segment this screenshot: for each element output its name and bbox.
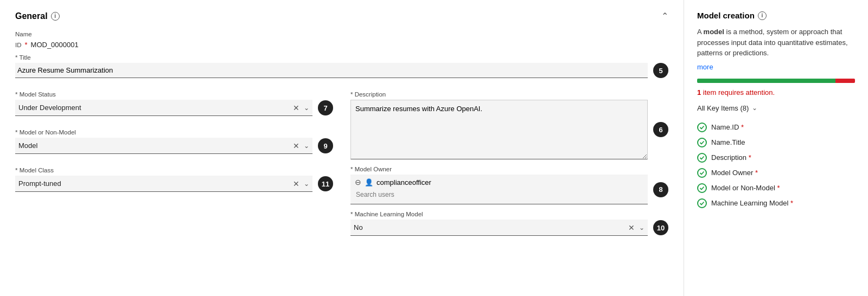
attention-count: 1: [697, 88, 701, 96]
model-owner-label: * Model Owner: [350, 166, 668, 172]
model-owner-row: ⊖ 👤 complianceofficer 8: [350, 175, 668, 204]
name-section: Name ID * MOD_0000001 * Title 5: [15, 31, 668, 78]
title-input-wrap: [15, 63, 648, 78]
check-icon-5: [697, 198, 707, 208]
model-status-display[interactable]: Under Development ✕ ⌄: [15, 100, 312, 115]
title-input-row: 5: [15, 63, 668, 78]
title-label: * Title: [15, 54, 668, 61]
key-items-dropdown[interactable]: All Key Items (8) ⌄: [697, 104, 855, 112]
search-users-input[interactable]: [355, 189, 643, 201]
checklist-item: Name.ID *: [697, 120, 855, 135]
checklist-item: Model Owner *: [697, 165, 855, 181]
model-status-select[interactable]: Under Development ✕ ⌄: [15, 100, 312, 116]
rp-title: Model creation i: [697, 11, 855, 20]
model-class-group: * Model Class Prompt-tuned ✕ ⌄ 11: [15, 167, 333, 192]
collapse-button[interactable]: ⌃: [661, 11, 668, 21]
model-non-model-label: * Model or Non-Model: [15, 129, 333, 136]
spacer-1: [15, 116, 333, 129]
key-items-label: All Key Items (8): [697, 104, 749, 112]
model-class-display[interactable]: Prompt-tuned ✕ ⌄: [15, 176, 312, 191]
ml-model-clear[interactable]: ✕: [628, 224, 635, 231]
progress-green: [697, 79, 835, 83]
step-9-badge: 9: [318, 138, 333, 153]
check-icon-1: [697, 138, 707, 147]
left-col: * Model Status Under Development ✕ ⌄ 7: [15, 91, 333, 236]
id-label: ID: [15, 42, 22, 48]
checklist-label-0: Name.ID *: [711, 123, 744, 131]
spacer-2: [15, 154, 333, 167]
checklist-required-4: *: [777, 184, 780, 192]
model-status-clear[interactable]: ✕: [293, 104, 299, 112]
rp-more-link[interactable]: more: [697, 63, 855, 71]
check-icon-2: [697, 153, 707, 163]
model-status-value: Under Development: [18, 104, 81, 112]
checklist-label-5: Machine Learning Model *: [711, 199, 793, 207]
description-row: 6: [350, 100, 668, 159]
form-two-col: * Model Status Under Development ✕ ⌄ 7: [15, 91, 668, 236]
model-non-model-value: Model: [18, 141, 37, 150]
checklist-required-0: *: [741, 123, 744, 131]
ml-model-label: * Machine Learning Model: [350, 211, 668, 217]
owner-tags: ⊖ 👤 complianceofficer: [355, 178, 643, 186]
ml-model-arrow[interactable]: ⌄: [639, 224, 644, 231]
model-non-model-group: * Model or Non-Model Model ✕ ⌄ 9: [15, 129, 333, 154]
step-8-badge: 8: [653, 182, 668, 197]
model-status-arrow[interactable]: ⌄: [304, 104, 309, 112]
model-status-label: * Model Status: [15, 91, 333, 98]
section-header: General i ⌃: [15, 11, 668, 21]
main-panel: General i ⌃ Name ID * MOD_0000001 * Titl…: [0, 0, 684, 296]
checklist-required-5: *: [790, 199, 793, 207]
check-icon-3: [697, 168, 707, 178]
title-input[interactable]: [15, 63, 648, 78]
model-status-row: Under Development ✕ ⌄ 7: [15, 100, 333, 116]
step-6-badge: 6: [653, 122, 668, 137]
right-col: * Description 6 * Model Owner ⊖ 👤 compli…: [350, 91, 668, 236]
ml-model-row: No ✕ ⌄ 10: [350, 220, 668, 236]
general-title: General: [15, 11, 48, 21]
rp-desc-bold: model: [704, 28, 724, 36]
checklist-label-2: Description *: [711, 153, 751, 162]
checklist-item: Name.Title: [697, 135, 855, 150]
ml-model-display[interactable]: No ✕ ⌄: [350, 220, 648, 235]
model-non-model-controls: ✕ ⌄: [293, 142, 309, 150]
model-owner-field[interactable]: ⊖ 👤 complianceofficer: [350, 175, 648, 204]
model-class-label: * Model Class: [15, 167, 333, 173]
model-non-model-row: Model ✕ ⌄ 9: [15, 138, 333, 154]
description-label: * Description: [350, 91, 668, 98]
model-class-row: Prompt-tuned ✕ ⌄ 11: [15, 176, 333, 192]
model-non-model-arrow[interactable]: ⌄: [304, 142, 309, 150]
progress-bar: [697, 79, 855, 83]
step-11-badge: 11: [318, 176, 333, 191]
model-non-model-clear[interactable]: ✕: [293, 142, 299, 150]
step-10-badge: 10: [653, 220, 668, 235]
check-icon-4: [697, 183, 707, 193]
rp-info-icon[interactable]: i: [758, 11, 767, 20]
title-row: * Title 5: [15, 54, 668, 78]
model-class-clear[interactable]: ✕: [293, 180, 299, 188]
model-class-select[interactable]: Prompt-tuned ✕ ⌄: [15, 176, 312, 192]
section-title: General i: [15, 11, 60, 21]
model-owner-group: * Model Owner ⊖ 👤 complianceofficer 8: [350, 166, 668, 204]
checklist-label-3: Model Owner *: [711, 169, 758, 177]
owner-person-icon: 👤: [365, 178, 373, 186]
description-textarea[interactable]: [350, 100, 648, 159]
id-value: MOD_0000001: [31, 41, 79, 49]
owner-remove-icon[interactable]: ⊖: [355, 178, 361, 186]
model-non-model-display[interactable]: Model ✕ ⌄: [15, 138, 312, 153]
rp-description: A model is a method, system or approach …: [697, 27, 855, 59]
ml-model-select[interactable]: No ✕ ⌄: [350, 220, 648, 236]
step-5-badge: 5: [653, 63, 668, 78]
attention-text: 1 item requires attention.: [697, 88, 855, 96]
model-status-group: * Model Status Under Development ✕ ⌄ 7: [15, 91, 333, 116]
general-info-icon[interactable]: i: [51, 12, 60, 21]
ml-model-value: No: [354, 223, 363, 231]
checklist-item: Description *: [697, 150, 855, 165]
key-items-arrow-icon: ⌄: [752, 104, 757, 112]
id-required: *: [25, 41, 28, 49]
model-class-arrow[interactable]: ⌄: [304, 180, 309, 188]
model-non-model-select[interactable]: Model ✕ ⌄: [15, 138, 312, 154]
description-group: * Description 6: [350, 91, 668, 159]
progress-red: [835, 79, 855, 83]
checklist-label-1: Name.Title: [711, 138, 745, 146]
checklist-label-4: Model or Non-Model *: [711, 184, 780, 192]
